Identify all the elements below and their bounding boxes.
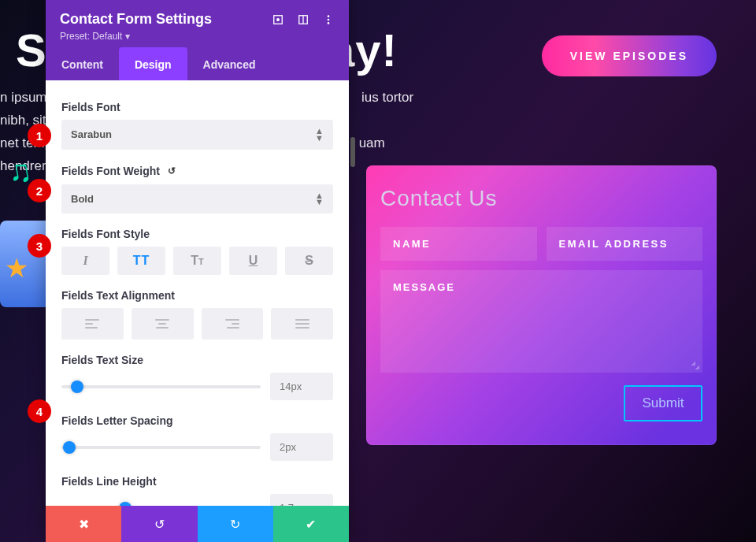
- settings-panel: Contact Form Settings Preset: Default ▾ …: [46, 0, 349, 542]
- fields-font-value: Sarabun: [71, 128, 112, 140]
- name-field[interactable]: NAME: [380, 227, 537, 261]
- svg-point-6: [328, 22, 330, 24]
- text-size-value[interactable]: 14px: [270, 373, 333, 400]
- chevron-updown-icon: ▲▼: [315, 128, 324, 142]
- text-size-slider[interactable]: [61, 385, 261, 388]
- fields-font-label: Fields Font: [61, 101, 333, 113]
- align-left-button[interactable]: [61, 308, 124, 340]
- redo-button[interactable]: ↻: [198, 506, 273, 542]
- contact-title: Contact Us: [380, 186, 702, 211]
- panel-body: Fields Font Sarabun ▲▼ Fields Font Weigh…: [46, 80, 349, 506]
- underline-toggle[interactable]: U: [229, 247, 277, 275]
- panel-title: Contact Form Settings: [60, 11, 212, 28]
- fields-font-weight-value: Bold: [71, 193, 94, 205]
- fields-font-weight-text: Fields Font Weight: [61, 165, 160, 177]
- fields-font-select[interactable]: Sarabun ▲▼: [61, 120, 333, 150]
- email-field[interactable]: EMAIL ADDRESS: [547, 227, 703, 261]
- preset-dropdown[interactable]: Preset: Default ▾: [60, 31, 130, 42]
- fields-text-size-label: Fields Text Size: [61, 354, 333, 366]
- fields-letter-spacing-label: Fields Letter Spacing: [61, 414, 333, 427]
- expand-icon[interactable]: [272, 13, 284, 26]
- svg-point-5: [328, 18, 330, 20]
- message-field[interactable]: MESSAGE: [380, 270, 702, 373]
- tab-design[interactable]: Design: [119, 47, 187, 80]
- align-right-button[interactable]: [202, 308, 264, 340]
- svg-point-4: [328, 15, 330, 17]
- letter-spacing-value[interactable]: 2px: [270, 433, 333, 461]
- view-episodes-button[interactable]: VIEW EPISODES: [542, 35, 717, 76]
- close-button[interactable]: ✖: [46, 506, 121, 542]
- capitalize-toggle[interactable]: TT: [173, 247, 221, 275]
- panel-footer: ✖ ↺ ↻ ✔: [46, 506, 349, 542]
- svg-point-1: [277, 18, 280, 20]
- panel-scrollbar[interactable]: [350, 137, 355, 167]
- letter-spacing-slider[interactable]: [61, 446, 261, 449]
- align-justify-button[interactable]: [271, 308, 333, 340]
- fields-font-weight-label: Fields Font Weight ↺: [61, 164, 333, 178]
- star-icon: ★: [5, 252, 28, 284]
- more-icon[interactable]: [322, 13, 335, 26]
- marker-3: 3: [28, 234, 51, 258]
- fields-font-weight-select[interactable]: Bold ▲▼: [61, 184, 333, 214]
- panel-header: Contact Form Settings Preset: Default ▾: [46, 0, 349, 47]
- tab-content[interactable]: Content: [46, 47, 119, 80]
- marker-2: 2: [28, 179, 51, 202]
- hero-desc-part1: n ipsum: [0, 90, 47, 105]
- contact-form-preview: Contact Us NAME EMAIL ADDRESS MESSAGE Su…: [366, 165, 717, 445]
- undo-button[interactable]: ↺: [121, 506, 197, 542]
- confirm-button[interactable]: ✔: [273, 506, 349, 542]
- marker-1: 1: [28, 124, 51, 147]
- submit-button[interactable]: Submit: [624, 385, 702, 421]
- italic-toggle[interactable]: I: [61, 247, 109, 275]
- reset-icon[interactable]: ↺: [165, 164, 179, 178]
- strikethrough-toggle[interactable]: S: [285, 247, 333, 275]
- column-icon[interactable]: [297, 13, 309, 26]
- align-center-button[interactable]: [132, 308, 194, 340]
- line-height-value[interactable]: 1.7em: [270, 494, 333, 506]
- panel-tabs: Content Design Advanced: [46, 47, 349, 80]
- uppercase-toggle[interactable]: TT: [117, 247, 165, 275]
- marker-4: 4: [28, 399, 51, 423]
- fields-text-alignment-label: Fields Text Alignment: [61, 289, 333, 302]
- fields-line-height-label: Fields Line Height: [61, 475, 333, 488]
- fields-font-style-label: Fields Font Style: [61, 228, 333, 240]
- tab-advanced[interactable]: Advanced: [187, 47, 272, 80]
- chevron-updown-icon: ▲▼: [315, 192, 324, 206]
